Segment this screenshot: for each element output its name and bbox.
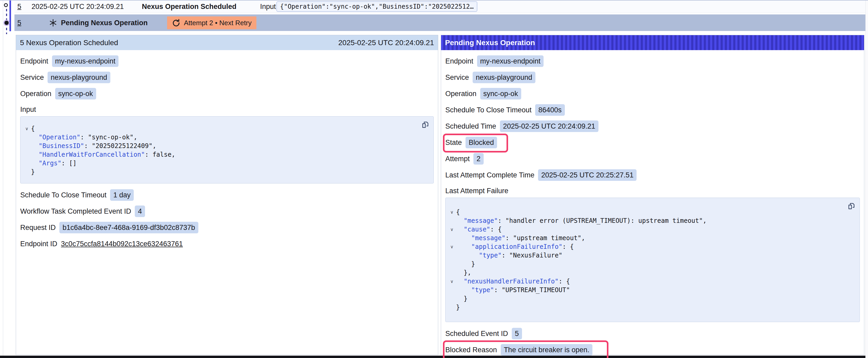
json-gutter xyxy=(23,142,31,151)
json-text: { xyxy=(31,124,35,133)
json-gutter xyxy=(448,260,456,268)
json-text: "message": "handler error (UPSTREAM_TIME… xyxy=(456,217,707,225)
collapse-chevron-icon[interactable]: ∨ xyxy=(448,208,456,217)
field-schedule-to-close-timeout: Schedule To Close Timeout1 day xyxy=(20,189,434,201)
field-label: Operation xyxy=(445,90,476,98)
json-text: "nexusHandlerFailureInfo": { xyxy=(456,277,570,286)
json-line: "message": "handler error (UPSTREAM_TIME… xyxy=(448,217,854,225)
field-endpoint-id: Endpoint ID3c0c75ccfa8144b092c13ce632463… xyxy=(20,238,434,250)
json-line: } xyxy=(448,303,854,312)
field-label: Service xyxy=(20,73,44,82)
json-line: "BusinessID": "20250225122409", xyxy=(23,142,428,151)
json-line: ∨ "applicationFailureInfo": { xyxy=(448,242,854,251)
json-line: "Operation": "sync-op-ok", xyxy=(23,133,428,142)
field-value: 4 xyxy=(135,205,145,217)
panel-timestamp: 2025-02-25 UTC 20:24:09.21 xyxy=(338,39,434,47)
json-gutter xyxy=(23,159,31,168)
json-text: { xyxy=(456,208,460,217)
collapse-chevron-icon[interactable]: ∨ xyxy=(23,124,31,133)
collapse-chevron-icon[interactable]: ∨ xyxy=(448,242,456,251)
field-value: my-nexus-endpoint xyxy=(477,55,544,67)
panel-header: 5 Nexus Operation Scheduled 2025-02-25 U… xyxy=(16,35,438,50)
fields-bottom: Scheduled Event ID5Blocked ReasonThe cir… xyxy=(445,328,860,356)
panel-title: 5 Nexus Operation Scheduled xyxy=(20,39,118,47)
event-timestamp: 2025-02-25 UTC 20:24:09.21 xyxy=(32,2,124,10)
collapse-chevron-icon[interactable]: ∨ xyxy=(448,277,456,286)
field-value: sync-op-ok xyxy=(55,88,96,99)
json-text: } xyxy=(31,168,35,176)
json-text: "type": "NexusFailure" xyxy=(456,251,562,260)
field-label: Endpoint ID xyxy=(20,240,57,248)
panel-title: Pending Nexus Operation xyxy=(445,39,535,47)
field-service: Servicenexus-playground xyxy=(445,72,860,83)
panel-nexus-operation-scheduled: 5 Nexus Operation Scheduled 2025-02-25 U… xyxy=(16,35,438,355)
timeline-active-bar xyxy=(9,1,11,31)
fields-top: Endpointmy-nexus-endpointServicenexus-pl… xyxy=(445,55,860,181)
input-section-label: Input xyxy=(20,104,434,115)
scrollbar[interactable] xyxy=(865,0,868,358)
field-label: Schedule To Close Timeout xyxy=(20,191,106,199)
json-text: "BusinessID": "20250225122409", xyxy=(31,142,156,151)
field-value: nexus-playground xyxy=(48,72,110,83)
field-schedule-to-close-timeout: Schedule To Close Timeout86400s xyxy=(445,104,860,116)
field-operation: Operationsync-op-ok xyxy=(20,88,434,99)
retry-badge-label: Attempt 2 • Next Retry xyxy=(184,19,252,27)
field-value: 2025-02-25 UTC 20:24:09.21 xyxy=(500,121,598,132)
json-text: "message": "upstream timeout", xyxy=(456,234,585,242)
event-title: Pending Nexus Operation xyxy=(61,19,148,27)
json-gutter xyxy=(448,294,456,303)
field-label: Blocked Reason xyxy=(445,346,497,354)
field-label: Schedule To Close Timeout xyxy=(445,106,531,114)
field-attempt: Attempt2 xyxy=(445,153,860,165)
json-line: "type": "NexusFailure" xyxy=(448,251,854,260)
field-operation: Operationsync-op-ok xyxy=(445,88,860,99)
event-id-link[interactable]: 5 xyxy=(17,2,21,10)
event-row-nexus-operation-scheduled[interactable]: 5 2025-02-25 UTC 20:24:09.21 Nexus Opera… xyxy=(14,1,866,12)
field-value: nexus-playground xyxy=(473,72,535,83)
panel-pending-nexus-operation: Pending Nexus Operation Endpointmy-nexus… xyxy=(441,35,864,355)
timeline-node-current[interactable] xyxy=(4,21,9,25)
field-value: Blocked xyxy=(466,137,497,148)
json-text: "HandlerWaitForCancellation": false, xyxy=(31,151,175,159)
field-last-attempt-complete-time: Last Attempt Complete Time2025-02-25 UTC… xyxy=(445,169,860,181)
field-scheduled-time: Scheduled Time2025-02-25 UTC 20:24:09.21 xyxy=(445,121,860,132)
failure-json-viewer: ∨{ "message": "handler error (UPSTREAM_T… xyxy=(445,198,860,322)
event-id-link[interactable]: 5 xyxy=(17,19,21,27)
retry-status-badge: Attempt 2 • Next Retry xyxy=(167,16,256,29)
field-value: 5 xyxy=(512,328,522,339)
field-value: 2 xyxy=(473,153,484,165)
field-label: Scheduled Event ID xyxy=(445,330,508,338)
field-workflow-task-completed-event-id: Workflow Task Completed Event ID4 xyxy=(20,205,434,217)
json-text: } xyxy=(456,303,460,312)
json-text: "applicationFailureInfo": { xyxy=(456,242,574,251)
json-text: "Args": [] xyxy=(31,159,76,168)
json-line: } xyxy=(23,168,428,176)
json-gutter xyxy=(448,268,456,277)
collapse-chevron-icon[interactable]: ∨ xyxy=(448,225,456,234)
event-title: Nexus Operation Scheduled xyxy=(142,2,237,10)
json-gutter xyxy=(23,151,31,159)
json-gutter xyxy=(23,133,31,142)
copy-icon[interactable] xyxy=(422,121,429,129)
field-endpoint: Endpointmy-nexus-endpoint xyxy=(20,55,434,67)
field-label: Operation xyxy=(20,90,52,98)
window-top-border xyxy=(0,0,868,1)
field-value: b1c6a4bc-8ee7-468a-9169-df3b02c8737b xyxy=(59,222,198,233)
copy-icon[interactable] xyxy=(847,202,856,210)
json-line: ∨ "cause": { xyxy=(448,225,854,234)
window-bottom-edge xyxy=(0,356,868,358)
json-line: }, xyxy=(448,268,854,277)
field-scheduled-event-id: Scheduled Event ID5 xyxy=(445,328,860,339)
event-row-pending-nexus-operation[interactable]: 5 Pending Nexus Operation Attempt 2 • Ne… xyxy=(14,14,866,31)
pending-asterisk-icon xyxy=(49,19,57,27)
panel-body: Endpointmy-nexus-endpointServicenexus-pl… xyxy=(441,50,864,356)
json-line: ∨ "nexusHandlerFailureInfo": { xyxy=(448,277,854,286)
field-label: Endpoint xyxy=(445,57,473,65)
timeline-node-open[interactable] xyxy=(4,3,8,7)
event-input-preview-chip[interactable]: {"Operation":"sync-op-ok","BusinessID":"… xyxy=(276,1,477,12)
field-label: Scheduled Time xyxy=(445,122,496,130)
json-line: } xyxy=(448,294,854,303)
field-value[interactable]: 3c0c75ccfa8144b092c13ce632463761 xyxy=(61,240,183,248)
json-text: } xyxy=(456,294,467,303)
json-gutter xyxy=(448,303,456,312)
